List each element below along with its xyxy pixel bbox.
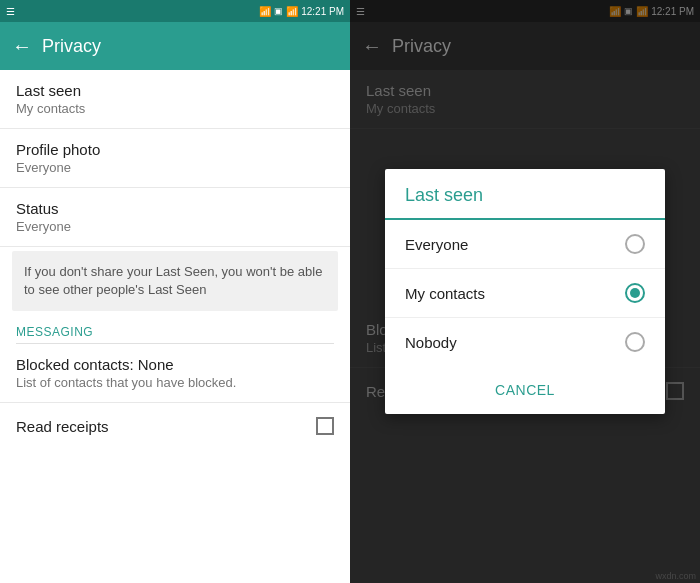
sim-icon: ▣ xyxy=(274,6,283,16)
messaging-section-header: MESSAGING xyxy=(0,315,350,343)
status-right-left: 📶 ▣ 📶 12:21 PM xyxy=(259,6,344,17)
list-item-blocked-left[interactable]: Blocked contacts: None List of contacts … xyxy=(0,344,350,403)
list-item-profile-photo[interactable]: Profile photo Everyone xyxy=(0,129,350,188)
wifi-icon: 📶 xyxy=(259,6,271,17)
last-seen-dialog: Last seen Everyone My contacts Nobody xyxy=(385,169,665,414)
status-bar-left: ☰ 📶 ▣ 📶 12:21 PM xyxy=(0,0,350,22)
dialog-overlay: Last seen Everyone My contacts Nobody xyxy=(350,0,700,583)
last-seen-subtitle-left: My contacts xyxy=(16,101,334,116)
read-receipts-label-left: Read receipts xyxy=(16,418,109,435)
cancel-button[interactable]: Cancel xyxy=(483,378,567,402)
list-item-last-seen-left[interactable]: Last seen My contacts xyxy=(0,70,350,129)
radio-my-contacts[interactable] xyxy=(625,283,645,303)
blocked-title-left: Blocked contacts: None xyxy=(16,356,334,373)
left-panel: ☰ 📶 ▣ 📶 12:21 PM ← Privacy Last seen My … xyxy=(0,0,350,583)
dialog-title: Last seen xyxy=(385,169,665,220)
read-receipts-row-left[interactable]: Read receipts xyxy=(0,403,350,449)
dialog-option-everyone[interactable]: Everyone xyxy=(385,220,665,269)
radio-everyone[interactable] xyxy=(625,234,645,254)
dialog-option-my-contacts[interactable]: My contacts xyxy=(385,269,665,318)
last-seen-title-left: Last seen xyxy=(16,82,334,99)
dialog-actions: Cancel xyxy=(385,366,665,414)
status-left-left: ☰ xyxy=(6,6,15,17)
menu-icon: ☰ xyxy=(6,6,15,17)
content-left: Last seen My contacts Profile photo Ever… xyxy=(0,70,350,583)
back-button-left[interactable]: ← xyxy=(12,35,32,58)
list-item-status[interactable]: Status Everyone xyxy=(0,188,350,247)
profile-photo-subtitle: Everyone xyxy=(16,160,334,175)
read-receipts-checkbox-left[interactable] xyxy=(316,417,334,435)
dialog-option-nobody[interactable]: Nobody xyxy=(385,318,665,366)
battery-text: 12:21 PM xyxy=(301,6,344,17)
profile-photo-title: Profile photo xyxy=(16,141,334,158)
option-my-contacts-label: My contacts xyxy=(405,285,485,302)
info-box: If you don't share your Last Seen, you w… xyxy=(12,251,338,311)
right-panel: ☰ 📶 ▣ 📶 12:21 PM ← Privacy Last seen My … xyxy=(350,0,700,583)
option-everyone-label: Everyone xyxy=(405,236,468,253)
status-subtitle: Everyone xyxy=(16,219,334,234)
signal-icon: 📶 xyxy=(286,6,298,17)
radio-inner-my-contacts xyxy=(630,288,640,298)
page-title-left: Privacy xyxy=(42,36,101,57)
status-title: Status xyxy=(16,200,334,217)
toolbar-left: ← Privacy xyxy=(0,22,350,70)
blocked-subtitle-left: List of contacts that you have blocked. xyxy=(16,375,334,390)
radio-nobody[interactable] xyxy=(625,332,645,352)
option-nobody-label: Nobody xyxy=(405,334,457,351)
